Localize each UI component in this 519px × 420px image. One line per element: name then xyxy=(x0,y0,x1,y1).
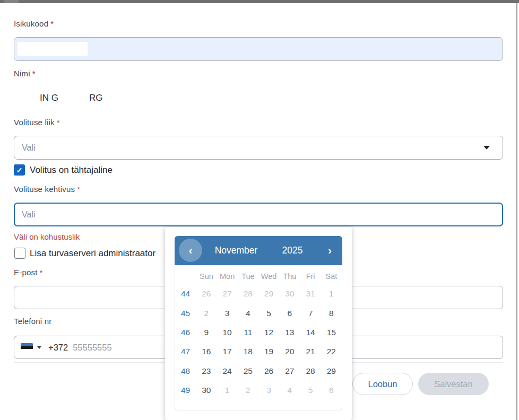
calendar-day[interactable]: 12 xyxy=(258,328,279,337)
epost-label-text: E-post xyxy=(14,268,38,277)
calendar-day: 6 xyxy=(321,386,342,395)
calendar-day[interactable]: 8 xyxy=(321,309,342,318)
calendar-day[interactable]: 30 xyxy=(196,386,217,395)
calendar-day: 1 xyxy=(217,386,238,395)
calendar-day: 30 xyxy=(279,289,300,299)
calendar-day[interactable]: 28 xyxy=(300,366,321,376)
tahtajaline-checkbox[interactable]: ✓ xyxy=(14,164,25,176)
isikukood-label-text: Isikukood xyxy=(14,19,48,28)
week-number: 48 xyxy=(175,366,196,376)
required-asterisk: * xyxy=(77,185,80,194)
volituse-kehtivus-input[interactable]: Vali xyxy=(14,203,503,226)
save-button[interactable]: Salvestan xyxy=(418,373,489,395)
volituse-kehtivus-label-text: Volituse kehtivus xyxy=(14,185,75,194)
calendar-day: 2 xyxy=(196,309,217,318)
calendar-day[interactable]: 29 xyxy=(321,366,342,376)
week-number: 46 xyxy=(175,328,196,337)
calendar-year[interactable]: 2025 xyxy=(274,236,311,265)
calendar-week-row: 469101112131415 xyxy=(175,323,342,342)
name-value-part2: RG xyxy=(89,93,103,103)
weekday-label: Fri xyxy=(300,272,321,281)
weekday-label: Wed xyxy=(258,272,279,281)
calendar-day[interactable]: 13 xyxy=(279,328,300,337)
calendar-day[interactable]: 9 xyxy=(196,328,217,337)
cancel-button[interactable]: Loobun xyxy=(352,373,413,395)
week-number: 45 xyxy=(175,309,196,318)
calendar-day[interactable]: 7 xyxy=(300,309,321,318)
calendar-day[interactable]: 10 xyxy=(217,328,238,337)
calendar-day: 1 xyxy=(321,289,342,299)
calendar-day[interactable]: 24 xyxy=(217,366,238,376)
calendar-day[interactable]: 15 xyxy=(321,328,342,337)
nimi-label-text: Nimi xyxy=(14,69,30,78)
calendar-day: 26 xyxy=(196,289,217,299)
calendar-day[interactable]: 27 xyxy=(279,366,300,376)
calendar-day[interactable]: 14 xyxy=(300,328,321,337)
turvaserver-checkbox-label[interactable]: Lisa turvaserveri administraator xyxy=(30,248,155,259)
calendar-day: 3 xyxy=(258,386,279,395)
required-asterisk: * xyxy=(32,69,36,78)
volituse-liik-label-text: Volituse liik xyxy=(14,118,55,127)
volituse-liik-select[interactable]: Vali xyxy=(14,136,503,160)
volituse-kehtivus-label: Volituse kehtivus* xyxy=(14,185,80,194)
chevron-down-icon xyxy=(37,346,41,349)
calendar-day[interactable]: 11 xyxy=(238,328,258,337)
calendar-day: 31 xyxy=(300,289,321,299)
checkmark-icon: ✓ xyxy=(16,166,23,174)
calendar-day[interactable]: 18 xyxy=(238,347,258,356)
week-number: 44 xyxy=(175,289,196,299)
weekday-label: Tue xyxy=(238,272,258,281)
calendar-grid-body: 4426272829303114523456784691011121314154… xyxy=(175,284,342,400)
calendar-day[interactable]: 4 xyxy=(238,309,258,318)
calendar-day[interactable]: 22 xyxy=(321,347,342,356)
calendar-week-row: 4716171819202122 xyxy=(175,342,342,361)
weekday-label: Thu xyxy=(279,272,300,281)
tahtajaline-checkbox-label[interactable]: Volitus on tähtajaline xyxy=(30,165,113,176)
required-asterisk: * xyxy=(40,268,43,277)
weekday-label: Sat xyxy=(321,272,342,281)
window-tab-notch xyxy=(4,0,19,3)
calendar-day[interactable]: 16 xyxy=(196,347,217,356)
epost-label: E-post* xyxy=(14,268,43,277)
select-placeholder: Vali xyxy=(22,143,36,153)
calendar-grid: SunMonTueWedThuFriSat 442627282930311452… xyxy=(175,265,342,410)
chevron-left-icon: ‹ xyxy=(189,244,193,257)
datepicker-popup: ‹ November 2025 › SunMonTueWedThuFriSat … xyxy=(165,227,352,420)
calendar-month[interactable]: November xyxy=(199,236,273,265)
redacted-value xyxy=(18,42,88,56)
calendar-day: 28 xyxy=(238,289,258,299)
week-number: 49 xyxy=(175,386,196,395)
calendar-day[interactable]: 21 xyxy=(300,347,321,356)
telefon-label: Telefoni nr xyxy=(14,317,51,326)
country-code: +372 xyxy=(48,343,68,353)
date-placeholder: Vali xyxy=(22,210,36,220)
calendar-day[interactable]: 25 xyxy=(238,366,258,376)
calendar-week-row: 4930123456 xyxy=(175,381,342,400)
chevron-down-icon xyxy=(483,146,490,150)
turvaserver-checkbox[interactable] xyxy=(14,248,25,259)
window-right-edge xyxy=(516,3,517,420)
calendar-day: 2 xyxy=(238,386,258,395)
calendar-day[interactable]: 20 xyxy=(279,347,300,356)
calendar-day[interactable]: 5 xyxy=(258,309,279,318)
weekday-label: Sun xyxy=(196,272,217,281)
weekday-label: Mon xyxy=(217,272,238,281)
required-asterisk: * xyxy=(57,118,60,127)
nimi-label: Nimi* xyxy=(14,69,36,78)
datepicker-header: ‹ November 2025 › xyxy=(175,236,342,265)
calendar-day: 5 xyxy=(300,386,321,395)
calendar-day[interactable]: 19 xyxy=(258,347,279,356)
calendar-week-row: 442627282930311 xyxy=(175,284,342,303)
next-month-button[interactable]: › xyxy=(325,236,335,265)
calendar-day[interactable]: 6 xyxy=(279,309,300,318)
authorization-form-page: Isikukood* Nimi* IN G RG Volituse liik* … xyxy=(0,0,519,420)
calendar-day[interactable]: 23 xyxy=(196,366,217,376)
estonia-flag-icon[interactable] xyxy=(21,343,33,352)
calendar-day[interactable]: 26 xyxy=(258,366,279,376)
calendar-day[interactable]: 3 xyxy=(217,309,238,318)
isikukood-label: Isikukood* xyxy=(14,19,54,28)
calendar-day[interactable]: 17 xyxy=(217,347,238,356)
calendar-day: 29 xyxy=(258,289,279,299)
week-number: 47 xyxy=(175,347,196,356)
chevron-right-icon: › xyxy=(328,244,332,257)
